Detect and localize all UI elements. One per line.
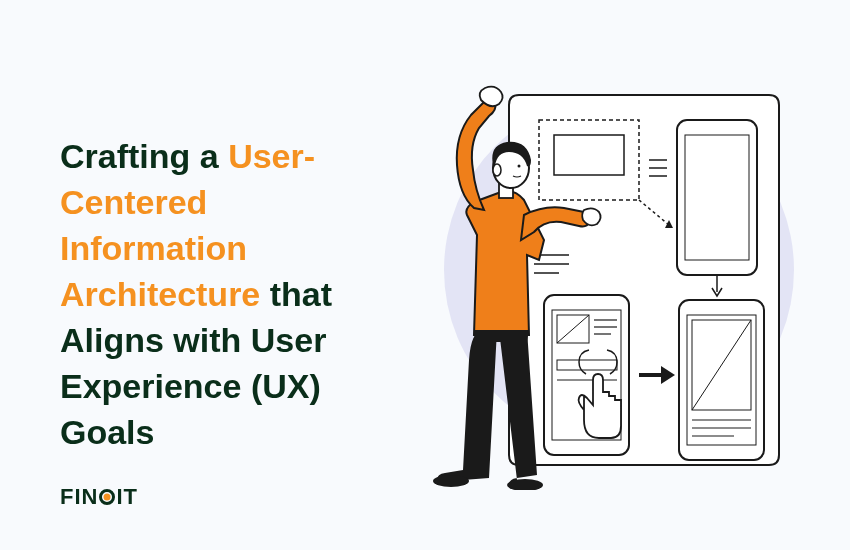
page-title: Crafting a User-Centered Information Arc…	[60, 134, 389, 455]
svg-point-5	[517, 165, 520, 168]
headline-block: Crafting a User-Centered Information Arc…	[60, 94, 389, 455]
logo-text-suffix: IT	[116, 484, 138, 510]
svg-point-4	[493, 164, 501, 176]
phone-top-right	[677, 120, 757, 275]
ux-wireframe-illustration	[389, 60, 809, 490]
illustration	[389, 0, 809, 550]
svg-point-0	[433, 475, 469, 487]
brand-logo: FIN IT	[60, 484, 138, 510]
logo-o-icon	[99, 489, 115, 505]
title-part1: Crafting a	[60, 137, 219, 175]
logo-text-prefix: FIN	[60, 484, 98, 510]
